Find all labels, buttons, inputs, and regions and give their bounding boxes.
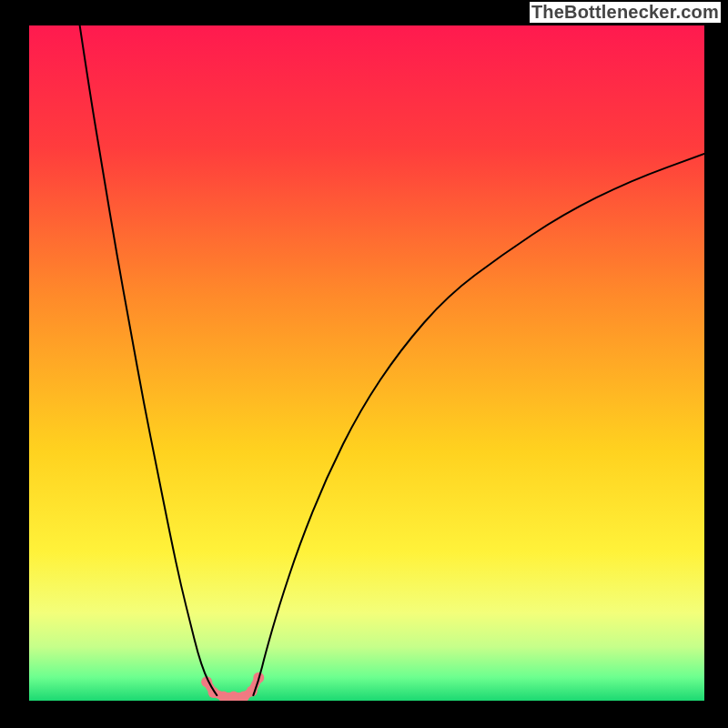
attribution-watermark: TheBottlenecker.com [530,2,721,23]
bottleneck-chart-canvas [0,0,728,728]
chart-outer-frame: TheBottlenecker.com [0,0,728,728]
